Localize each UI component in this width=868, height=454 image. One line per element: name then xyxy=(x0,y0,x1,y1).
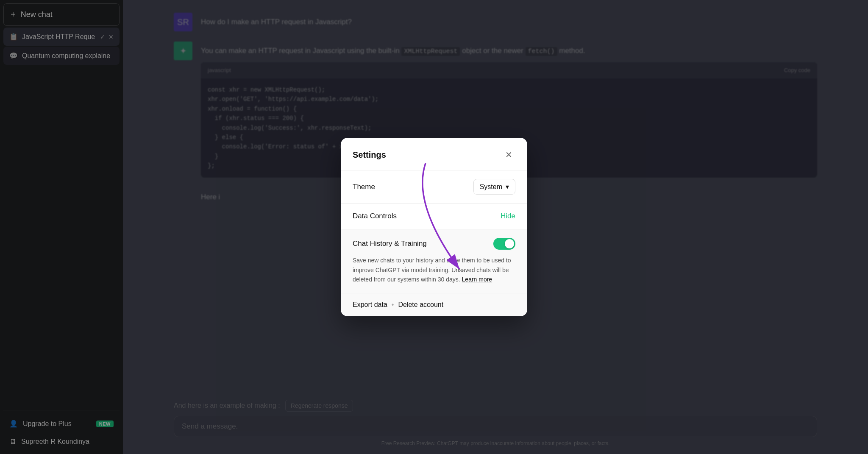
chat-history-description: Save new chats to your history and allow… xyxy=(353,256,515,284)
settings-modal: Settings ✕ Theme System ▾ Data Controls … xyxy=(341,138,527,316)
chat-history-row: Chat History & Training xyxy=(353,238,515,250)
chat-history-section: Chat History & Training Save new chats t… xyxy=(341,229,527,292)
modal-footer: Export data • Delete account xyxy=(341,293,527,316)
chat-history-toggle[interactable] xyxy=(493,238,515,250)
modal-header: Settings ✕ xyxy=(341,138,527,170)
modal-body: Theme System ▾ Data Controls Hide Chat H… xyxy=(341,170,527,292)
data-controls-label: Data Controls xyxy=(353,212,397,220)
footer-dot-separator: • xyxy=(392,301,394,309)
toggle-knob xyxy=(505,239,514,248)
theme-setting-row: Theme System ▾ xyxy=(341,170,527,203)
theme-label: Theme xyxy=(353,183,375,191)
theme-select[interactable]: System ▾ xyxy=(473,179,515,195)
delete-account-link[interactable]: Delete account xyxy=(398,301,443,309)
modal-close-button[interactable]: ✕ xyxy=(502,148,515,162)
data-controls-row: Data Controls Hide xyxy=(341,203,527,229)
hide-link[interactable]: Hide xyxy=(501,212,515,220)
chevron-down-icon: ▾ xyxy=(506,183,509,191)
learn-more-link[interactable]: Learn more xyxy=(462,276,492,283)
theme-value: System xyxy=(480,183,502,191)
chat-history-label: Chat History & Training xyxy=(353,240,427,248)
modal-title: Settings xyxy=(353,150,386,160)
modal-overlay[interactable]: Settings ✕ Theme System ▾ Data Controls … xyxy=(0,0,868,454)
export-data-link[interactable]: Export data xyxy=(353,301,387,309)
